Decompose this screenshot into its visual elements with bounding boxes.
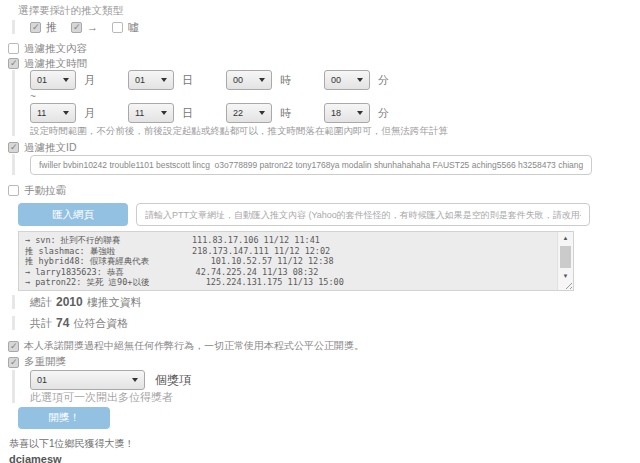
month-unit-label: 月 — [84, 106, 95, 121]
scroll-down-icon[interactable]: ▼ — [558, 270, 573, 282]
boo-checkbox[interactable] — [112, 22, 123, 33]
qualified-count: 74 — [56, 316, 69, 330]
comments-textarea[interactable]: → svn: 扯到不行的聯賽 111.83.17.106 11/12 11:41… — [18, 231, 574, 291]
to-month-select[interactable]: 11 — [30, 103, 76, 123]
time-filter-checkbox[interactable] — [8, 58, 19, 69]
day-unit-label: 日 — [182, 106, 193, 121]
qualified-prefix: 共計 — [30, 316, 52, 330]
scrollbar-thumb[interactable] — [560, 246, 571, 268]
minute-unit-label: 分 — [378, 106, 389, 121]
time-range-tilde: ~ — [30, 92, 640, 102]
pledge-checkbox[interactable] — [8, 341, 19, 352]
total-stat: 總計 2010 樓推文資料 — [12, 295, 640, 309]
from-day-select[interactable]: 01 — [128, 70, 174, 90]
chevron-down-icon — [132, 378, 138, 382]
qualified-suffix: 位符合資格 — [73, 316, 128, 330]
boo-label: 噓 — [128, 20, 139, 35]
type-option-boo: 噓 — [112, 20, 139, 35]
chevron-down-icon — [259, 111, 265, 115]
from-month-select[interactable]: 01 — [30, 70, 76, 90]
type-filter-options: 推 → 噓 — [12, 20, 640, 34]
from-minute-select[interactable]: 00 — [324, 70, 370, 90]
comments-content: → svn: 扯到不行的聯賽 111.83.17.106 11/12 11:41… — [19, 232, 573, 291]
to-hour-select[interactable]: 22 — [226, 103, 272, 123]
chevron-down-icon — [161, 111, 167, 115]
day-unit-label: 日 — [182, 73, 193, 88]
total-prefix: 總計 — [30, 295, 52, 309]
content-filter-checkbox[interactable] — [8, 43, 19, 54]
id-filter-input[interactable] — [30, 155, 592, 175]
import-row: 匯入網頁 — [18, 203, 640, 226]
content-filter-label: 過濾推文內容 — [24, 42, 87, 56]
chevron-down-icon — [357, 111, 363, 115]
chevron-down-icon — [259, 78, 265, 82]
pledge-label: 本人承諾開獎過程中絕無任何作弊行為，一切正常使用本程式公平公正開獎。 — [24, 339, 364, 353]
chevron-down-icon — [63, 111, 69, 115]
type-option-arrow: → — [71, 21, 98, 33]
winner-name: dcjamesw — [9, 453, 640, 463]
time-to-row: 11 月 11 日 22 時 18 — [30, 103, 640, 123]
id-filter-label: 過濾推文ID — [24, 141, 77, 155]
push-checkbox[interactable] — [30, 22, 41, 33]
result-message: 恭喜以下1位鄉民獲得大獎！ — [9, 438, 640, 449]
id-filter-block — [12, 154, 640, 175]
chevron-down-icon — [357, 78, 363, 82]
time-filter-hint: 設定時間範圍，不分前後，前後設定起點或終點都可以，推文時間落在範圍內即可，但無法… — [30, 125, 640, 136]
manual-slot-row: 手動拉霸 — [8, 185, 640, 196]
prize-unit-label: 個獎項 — [155, 372, 191, 389]
time-filter-block: 01 月 01 日 00 時 00 — [12, 70, 640, 136]
time-from-row: 01 月 01 日 00 時 00 — [30, 70, 640, 90]
total-suffix: 樓推文資料 — [87, 295, 142, 309]
multi-draw-row: 多重開獎 — [8, 356, 640, 368]
type-option-push: 推 — [30, 20, 57, 35]
chevron-down-icon — [161, 78, 167, 82]
total-count: 2010 — [56, 295, 83, 309]
import-url-input[interactable] — [136, 203, 590, 226]
hour-unit-label: 時 — [280, 106, 291, 121]
prize-count-select[interactable]: 01 — [30, 370, 145, 390]
chevron-down-icon — [63, 78, 69, 82]
type-filter-title: 選擇要採計的推文類型 — [18, 5, 640, 16]
manual-slot-checkbox[interactable] — [8, 185, 19, 196]
import-button[interactable]: 匯入網頁 — [18, 203, 128, 226]
id-filter-checkbox[interactable] — [8, 142, 19, 153]
scroll-up-icon[interactable]: ▲ — [558, 232, 573, 244]
month-unit-label: 月 — [84, 73, 95, 88]
to-day-select[interactable]: 11 — [128, 103, 174, 123]
arrow-checkbox[interactable] — [71, 22, 82, 33]
multi-draw-checkbox[interactable] — [8, 357, 19, 368]
to-minute-select[interactable]: 18 — [324, 103, 370, 123]
arrow-label: → — [87, 21, 98, 33]
comments-scrollbar[interactable]: ▲ ▼ — [557, 232, 573, 290]
from-hour-select[interactable]: 00 — [226, 70, 272, 90]
manual-slot-label: 手動拉霸 — [24, 184, 66, 198]
prize-count-block: 01 個獎項 此選項可一次開出多位得獎者 — [12, 370, 640, 403]
time-filter-label: 過濾推文時間 — [24, 57, 87, 71]
ptt-lottery-form: 選擇要採計的推文類型 推 → 噓 過濾推文內容 過濾推文時間 01 — [0, 5, 640, 463]
multi-draw-label: 多重開獎 — [24, 355, 66, 369]
hour-unit-label: 時 — [280, 73, 291, 88]
content-filter-row: 過濾推文內容 — [8, 43, 640, 54]
time-filter-row: 過濾推文時間 — [8, 58, 640, 69]
push-label: 推 — [46, 20, 57, 35]
minute-unit-label: 分 — [378, 73, 389, 88]
qualified-stat: 共計 74 位符合資格 — [12, 316, 640, 330]
pledge-row: 本人承諾開獎過程中絕無任何作弊行為，一切正常使用本程式公平公正開獎。 — [8, 340, 640, 352]
draw-button[interactable]: 開獎！ — [18, 407, 110, 429]
multi-draw-hint: 此選項可一次開出多位得獎者 — [30, 391, 640, 403]
id-filter-row: 過濾推文ID — [8, 142, 640, 153]
